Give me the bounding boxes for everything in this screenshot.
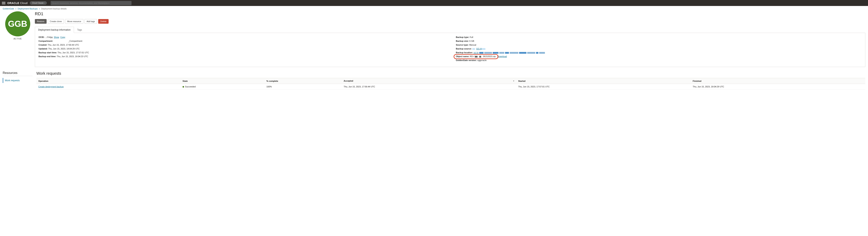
gg-version-value: oggoracle: [477, 59, 487, 61]
search-input[interactable]: [52, 2, 130, 4]
redacted-icon: [472, 48, 475, 50]
status-succeeded-icon: [183, 86, 184, 88]
brand-logo[interactable]: ORACLE Cloud: [7, 2, 28, 5]
brand-bold: ORACLE: [7, 2, 19, 5]
state-value: Succeeded: [185, 86, 196, 88]
action-row: Restore Create clone Move resource Add t…: [35, 19, 865, 24]
backup-location-label: Backup location:: [456, 52, 473, 54]
col-accepted-label: Accepted: [344, 80, 353, 82]
object-name-suffix: 06152023.zip: [483, 55, 496, 58]
cloud-classic-button[interactable]: Cloud Classic ›: [30, 1, 46, 5]
backup-size-row: Backup size: 6 GB: [456, 40, 862, 42]
redacted-icon: [479, 56, 481, 58]
download-link[interactable]: Download: [498, 55, 507, 58]
backup-source-label: Backup source:: [456, 47, 472, 50]
col-state[interactable]: State: [181, 78, 265, 84]
add-tags-button[interactable]: Add tags: [85, 19, 97, 24]
backup-location-row: Backup location: oci-lo: [456, 52, 862, 54]
move-resource-button[interactable]: Move resource: [65, 19, 83, 24]
compartment-row: Compartment: _Compartment: [38, 40, 444, 42]
menu-icon[interactable]: [2, 1, 5, 5]
redacted-icon: [482, 48, 486, 50]
compartment-label: Compartment:: [38, 40, 53, 42]
col-accepted[interactable]: Accepted ▾: [342, 78, 516, 84]
col-operation[interactable]: Operation: [36, 78, 181, 84]
compartment-value: _Compartment: [68, 40, 83, 42]
col-finished[interactable]: Finished: [691, 78, 865, 84]
end-time-label: Backup end time:: [38, 55, 56, 58]
end-time-value: Thu, Jun 15, 2023, 18:04:23 UTC: [57, 55, 88, 58]
updated-row: Updated: Thu, Jun 15, 2023, 18:04:29 UTC: [38, 47, 444, 50]
chevron-right-icon: ›: [44, 2, 45, 4]
started-cell: Thu, Jun 15, 2023, 17:57:01 UTC: [516, 84, 691, 90]
operation-link[interactable]: Create deployment backup: [38, 86, 64, 88]
badge-initials: GGB: [8, 19, 27, 29]
object-name-prefix: RD-/: [470, 55, 474, 58]
breadcrumb: GoldenGate » Deployment Backups » Deploy…: [0, 6, 868, 11]
info-right-column: Backup type: Full Backup size: 6 GB Sour…: [456, 36, 862, 63]
backup-location-value[interactable]: oci-lo: [473, 52, 478, 54]
cloud-classic-label: Cloud Classic: [32, 2, 44, 4]
updated-value: Thu, Jun 15, 2023, 18:04:29 UTC: [48, 47, 80, 50]
object-name-row: Object name: RD-/ 06152023.zip Download: [456, 55, 862, 58]
ocid-value: ...l7efgq: [45, 36, 53, 38]
breadcrumb-link[interactable]: GoldenGate: [3, 7, 14, 10]
backup-size-value: 6 GB: [469, 40, 474, 42]
create-clone-button[interactable]: Create clone: [48, 19, 64, 24]
brand-light: Cloud: [20, 2, 28, 5]
breadcrumb-link[interactable]: Deployment Backups: [18, 7, 38, 10]
sort-desc-icon: ▾: [513, 80, 514, 82]
restore-button[interactable]: Restore: [35, 19, 46, 24]
resources-sidebar: Resources Work requests: [3, 71, 33, 90]
breadcrumb-current: Deployment backup details: [41, 7, 67, 10]
work-requests-table: Operation State % complete Accepted ▾ St…: [36, 78, 865, 90]
redacted-icon: [475, 56, 477, 58]
ocid-row: OCID: ...l7efgq Show Copy: [38, 36, 444, 38]
ocid-show-link[interactable]: Show: [54, 36, 59, 38]
breadcrumb-sep: »: [15, 7, 17, 10]
ocid-copy-link[interactable]: Copy: [60, 36, 65, 38]
backup-type-label: Backup type:: [456, 36, 469, 38]
top-header: ORACLE Cloud Cloud Classic ›: [0, 0, 868, 6]
status-badge-column: GGB ACTIVE: [3, 11, 33, 67]
resource-badge: GGB: [5, 11, 30, 36]
compartment-masked: [54, 40, 68, 42]
source-type-row: Source type: Manual: [456, 44, 862, 46]
col-started[interactable]: Started: [516, 78, 691, 84]
created-value: Thu, Jun 15, 2023, 17:56:44 UTC: [48, 44, 79, 46]
backup-source-link[interactable]: GG-A: [476, 47, 482, 50]
object-name-label: Object name:: [456, 55, 469, 58]
tabs: Deployment backup information Tags: [35, 27, 865, 33]
goldengate-version-row: GoldenGate version: oggoracle: [456, 59, 862, 61]
col-complete[interactable]: % complete: [265, 78, 342, 84]
start-time-row: Backup start time: Thu, Jun 15, 2023, 17…: [38, 52, 444, 54]
backup-type-value: Full: [470, 36, 473, 38]
search-box[interactable]: [51, 1, 131, 5]
table-header-row: Operation State % complete Accepted ▾ St…: [36, 78, 865, 84]
gg-version-label: GoldenGate version:: [456, 59, 477, 61]
end-time-row: Backup end time: Thu, Jun 15, 2023, 18:0…: [38, 55, 444, 58]
tab-tags[interactable]: Tags: [74, 27, 85, 33]
redacted-stripes: [479, 52, 545, 54]
info-panel: OCID: ...l7efgq Show Copy Compartment: _…: [35, 33, 865, 67]
tab-backup-info[interactable]: Deployment backup information: [35, 27, 74, 33]
work-requests-section: Work requests Operation State % complete…: [36, 71, 865, 90]
backup-size-label: Backup size:: [456, 40, 469, 42]
breadcrumb-sep: »: [39, 7, 40, 10]
accepted-cell: Thu, Jun 15, 2023, 17:56:44 UTC: [342, 84, 516, 90]
start-time-label: Backup start time:: [38, 52, 57, 54]
backup-type-row: Backup type: Full: [456, 36, 862, 38]
start-time-value: Thu, Jun 15, 2023, 17:57:01 UTC: [58, 52, 89, 54]
finished-cell: Thu, Jun 15, 2023, 18:04:29 UTC: [691, 84, 865, 90]
sidebar-item-work-requests[interactable]: Work requests: [3, 78, 33, 83]
ocid-label: OCID:: [38, 36, 44, 38]
source-type-value: Manual: [469, 44, 476, 46]
info-left-column: OCID: ...l7efgq Show Copy Compartment: _…: [38, 36, 444, 63]
page-title: RD1: [35, 11, 865, 16]
updated-label: Updated:: [38, 47, 48, 50]
delete-button[interactable]: Delete: [98, 19, 108, 24]
source-type-label: Source type:: [456, 44, 469, 46]
sidebar-title: Resources: [3, 71, 33, 76]
state-cell: Succeeded: [181, 84, 265, 90]
created-label: Created:: [38, 44, 47, 46]
